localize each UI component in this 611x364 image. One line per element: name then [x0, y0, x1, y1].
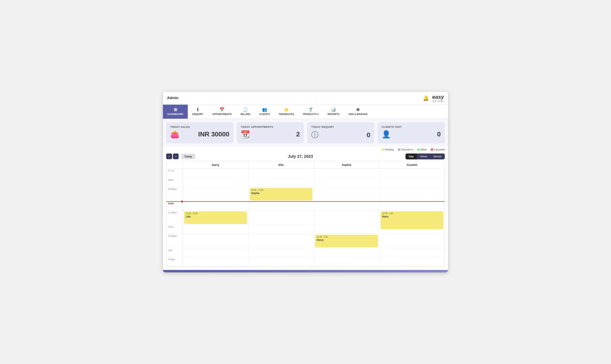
nav-label-billing: BILLING — [241, 113, 251, 116]
nav-item-enquiry[interactable]: ℹ ENQUIRY — [188, 105, 208, 119]
current-time-arrow — [182, 200, 184, 203]
legend-cancelled: Cancelled — [431, 148, 445, 151]
appointment-sophia-ella[interactable]: 10:30 - 11:30 Sophia — [250, 188, 313, 201]
nav-item-reports[interactable]: 📊 REPORTS — [323, 105, 344, 119]
stat-body-clients-visit: 👤 0 — [382, 130, 441, 139]
cell-1pm-garry[interactable] — [183, 248, 248, 257]
nav-item-products[interactable]: 🥤 PRODUCTS ▾ — [299, 105, 323, 119]
nav-label-enquiry: ENQUIRY — [192, 113, 203, 116]
cell-12pm-sophia[interactable] — [314, 225, 379, 234]
notification-bell-icon[interactable]: 🔔 — [423, 95, 429, 101]
cell-11am-ella[interactable] — [248, 201, 314, 210]
cell-10am-garry[interactable] — [183, 178, 248, 187]
nav-item-clients[interactable]: 👥 CLIENTS — [255, 105, 274, 119]
cell-11am-sophia[interactable] — [314, 201, 379, 210]
cal-header-row: Garry Ella Sophia Scarlett — [166, 161, 445, 169]
cell-1130am-scarlett[interactable]: 12:30 - 1:30 Harry — [379, 210, 445, 224]
time-label-1130am: 11:30am — [166, 210, 183, 224]
cell-allday-scarlett[interactable] — [379, 169, 445, 178]
cell-130pm-scarlett[interactable] — [379, 257, 445, 266]
top-bar: Admin 🔔 easy SOFTWARE — [163, 92, 448, 105]
time-row-1130am: 11:30am 11:30 - 12:30 Lilly 12:30 - 1:30… — [166, 210, 445, 225]
nav-item-appointments[interactable]: 📅 APPOINTMENTS — [208, 105, 236, 119]
staff-col-ella: Ella — [248, 161, 314, 169]
time-label-1pm: 1pm — [166, 248, 183, 257]
cell-1pm-scarlett[interactable] — [379, 248, 445, 257]
feedbacks-icon: ⭐ — [284, 107, 289, 112]
nav-bar: ⊞ DASHBOARD ℹ ENQUIRY 📅 APPOINTMENTS 🧾 B… — [163, 105, 448, 119]
legend-dot-billed — [417, 148, 420, 151]
stat-card-today-sales: TODAY SALES 👛 INR 30000 — [166, 122, 233, 143]
cell-12pm-garry[interactable] — [183, 225, 248, 234]
cell-1230pm-ella[interactable] — [248, 234, 314, 248]
time-row-1230pm: 12:30pm 12:30 - 1:30 Henry — [166, 234, 445, 248]
cell-10am-ella[interactable] — [248, 178, 314, 187]
appt-time-sophia-ella: 10:30 - 11:30 — [251, 189, 311, 192]
legend-label-cancelled: Cancelled — [434, 148, 445, 151]
wallet-icon: 👛 — [170, 130, 179, 139]
legend-billed: Billed — [417, 148, 426, 151]
nav-label-feedbacks: FEEDBACKS — [279, 113, 294, 116]
prev-button[interactable]: ‹ — [166, 154, 172, 159]
view-day-button[interactable]: Day — [406, 154, 417, 159]
staff-col-sophia: Sophia — [314, 161, 379, 169]
cell-1030am-scarlett[interactable] — [379, 187, 445, 201]
view-week-button[interactable]: Week — [417, 154, 430, 159]
time-label-10am: 10am — [166, 178, 183, 187]
next-button[interactable]: › — [173, 154, 179, 159]
legend-dot-checked-in — [398, 148, 400, 151]
cell-1030am-garry[interactable] — [183, 187, 248, 201]
stat-body-today-appointments: 📆 2 — [241, 130, 300, 139]
clients-icon: 👥 — [262, 107, 267, 112]
nav-item-billing[interactable]: 🧾 BILLING — [236, 105, 255, 119]
cell-1230pm-garry[interactable] — [183, 234, 248, 248]
appointment-lilly-garry[interactable]: 11:30 - 12:30 Lilly — [184, 211, 247, 224]
appointment-henry-sophia[interactable]: 12:30 - 1:30 Henry — [315, 235, 378, 247]
logo-text: easy — [432, 94, 444, 100]
logo: easy SOFTWARE — [432, 94, 444, 102]
appt-time-harry: 12:30 - 1:30 — [382, 212, 442, 215]
cell-1030am-sophia[interactable] — [314, 187, 379, 201]
legend-pending: Pending — [382, 148, 394, 151]
cell-allday-ella[interactable] — [248, 169, 314, 178]
cell-1230pm-scarlett[interactable] — [379, 234, 445, 248]
cell-130pm-ella[interactable] — [248, 257, 314, 266]
cell-allday-garry[interactable] — [183, 169, 248, 178]
cell-130pm-garry[interactable] — [183, 257, 248, 266]
legend-checked-in: Checked In — [398, 148, 413, 151]
appointment-harry-scarlett[interactable]: 12:30 - 1:30 Harry — [381, 211, 444, 229]
cell-12pm-ella[interactable] — [248, 225, 314, 234]
nav-label-clients: CLIENTS — [259, 113, 270, 116]
cell-11am-garry[interactable] — [183, 201, 248, 210]
cell-10am-scarlett[interactable] — [379, 178, 445, 187]
stat-title-clients-visit: CLIENTS VISIT — [382, 125, 441, 129]
time-label-1030am: 10:30am — [166, 187, 183, 201]
cell-1030am-ella[interactable]: 10:30 - 11:30 Sophia — [248, 187, 314, 201]
cell-1130am-garry[interactable]: 11:30 - 12:30 Lilly — [183, 210, 248, 224]
nav-label-appointments: APPOINTMENTS — [212, 113, 232, 116]
billing-icon: 🧾 — [243, 107, 248, 112]
appointments-icon: 📅 — [219, 107, 225, 112]
nav-item-add-manage[interactable]: ⊕ ADD & MANAGE — [344, 105, 372, 119]
cell-allday-sophia[interactable] — [314, 169, 379, 178]
today-button[interactable]: Today — [181, 154, 195, 159]
nav-item-feedbacks[interactable]: ⭐ FEEDBACKS — [274, 105, 299, 119]
nav-controls: ‹ › Today — [166, 154, 195, 159]
view-month-button[interactable]: Month — [430, 154, 445, 159]
time-row-130pm: 1:30pm — [166, 257, 445, 266]
cell-11am-scarlett[interactable] — [379, 201, 445, 210]
cell-1130am-sophia[interactable] — [314, 210, 379, 224]
cell-1pm-sophia[interactable] — [314, 248, 379, 257]
cell-130pm-sophia[interactable] — [314, 257, 379, 266]
nav-label-reports: REPORTS — [328, 113, 339, 116]
cell-10am-sophia[interactable] — [314, 178, 379, 187]
nav-item-dashboard[interactable]: ⊞ DASHBOARD — [163, 105, 188, 119]
time-col-header — [166, 161, 183, 169]
cell-1pm-ella[interactable] — [248, 248, 314, 257]
cell-1230pm-sophia[interactable]: 12:30 - 1:30 Henry — [314, 234, 379, 248]
client-stat-icon: 👤 — [382, 130, 391, 139]
time-label-allday: All-Day — [166, 169, 183, 178]
legend-dot-pending — [382, 148, 384, 151]
stat-value-clients-visit: 0 — [437, 130, 441, 138]
cell-1130am-ella[interactable] — [248, 210, 314, 224]
